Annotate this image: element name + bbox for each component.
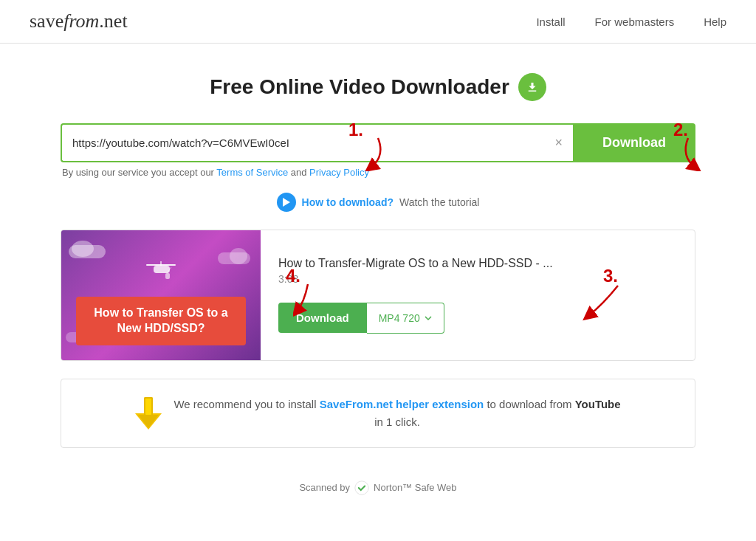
- nav-webmasters[interactable]: For webmasters: [595, 15, 675, 28]
- result-card: How to Transfer OS to a New HDD/SSD? How…: [61, 230, 695, 361]
- how-to-row: How to download? Watch the tutorial: [61, 193, 695, 212]
- terms-of-service-link[interactable]: Terms of Service: [216, 167, 288, 178]
- video-thumbnail: How to Transfer OS to a New HDD/SSD?: [61, 230, 261, 360]
- privacy-policy-link[interactable]: Privacy Policy: [309, 167, 369, 178]
- headline-row: Free Online Video Downloader: [61, 73, 695, 101]
- result-download-button[interactable]: Download: [278, 303, 367, 333]
- format-text: MP4 720: [379, 312, 420, 324]
- video-duration: 3:08: [278, 273, 677, 285]
- recommendation-box: We recommend you to install SaveFrom.net…: [61, 379, 695, 448]
- nav: Install For webmasters Help: [536, 15, 726, 28]
- chevron-down-icon: [425, 314, 432, 322]
- url-input[interactable]: [69, 125, 551, 161]
- scanned-by-text: Scanned by: [299, 482, 350, 493]
- download-row: Download MP4 720: [278, 303, 677, 334]
- headline-download-circle[interactable]: [518, 73, 546, 101]
- header: savefrom.net Install For webmasters Help: [0, 0, 756, 44]
- yellow-download-arrow-icon: [135, 397, 162, 430]
- video-title: How to Transfer-Migrate OS to a New HDD-…: [278, 257, 677, 270]
- norton-badge: [354, 480, 369, 495]
- main-download-button[interactable]: Download: [573, 123, 695, 162]
- page-title: Free Online Video Downloader: [210, 75, 509, 99]
- format-select[interactable]: MP4 720: [367, 303, 444, 334]
- norton-check-icon: [354, 480, 369, 495]
- cloud-2b: [230, 248, 247, 264]
- clear-button[interactable]: ×: [551, 135, 566, 151]
- svg-marker-8: [138, 415, 159, 428]
- cloud-1b: [72, 241, 94, 257]
- search-row: × Download: [61, 123, 695, 162]
- logo-from: from: [63, 10, 99, 32]
- download-action-area: 4. 3.: [278, 303, 677, 334]
- nav-install[interactable]: Install: [536, 15, 565, 28]
- footer: Scanned by Norton™ Safe Web: [61, 469, 695, 507]
- logo: savefrom.net: [30, 10, 128, 32]
- play-icon: [283, 198, 290, 207]
- download-arrow-icon: [526, 80, 539, 94]
- savefrom-extension-link[interactable]: SaveFrom.net helper extension: [320, 398, 484, 410]
- video-info: How to Transfer-Migrate OS to a New HDD-…: [261, 230, 695, 360]
- url-input-wrapper: ×: [61, 123, 573, 162]
- svg-point-10: [355, 480, 368, 494]
- play-circle[interactable]: [277, 193, 296, 212]
- main: Free Online Video Downloader 1. 2.: [46, 44, 710, 537]
- search-container: 1. 2.: [61, 123, 695, 178]
- norton-text: Norton™ Safe Web: [374, 482, 456, 493]
- how-to-link[interactable]: How to download?: [302, 196, 394, 208]
- terms-text: By using our service you accept our Term…: [62, 167, 695, 178]
- recommend-inner: We recommend you to install SaveFrom.net…: [135, 396, 620, 431]
- thumb-title-box: How to Transfer OS to a New HDD/SSD?: [76, 297, 246, 345]
- recommend-text: We recommend you to install SaveFrom.net…: [173, 396, 620, 431]
- watch-text: Watch the tutorial: [399, 196, 479, 208]
- nav-help[interactable]: Help: [704, 15, 726, 28]
- svg-rect-9: [145, 399, 151, 415]
- thumb-content: How to Transfer OS to a New HDD/SSD?: [61, 275, 261, 360]
